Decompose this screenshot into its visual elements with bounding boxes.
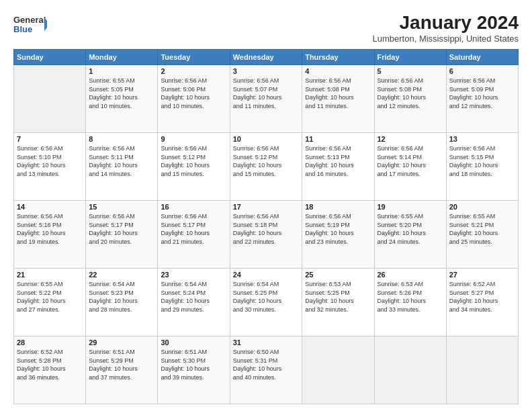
day-number: 28 xyxy=(17,338,83,347)
empty-cell xyxy=(302,336,374,404)
calendar-day-21: 21Sunrise: 6:55 AM Sunset: 5:22 PM Dayli… xyxy=(14,269,86,336)
day-info: Sunrise: 6:56 AM Sunset: 5:18 PM Dayligh… xyxy=(233,212,299,246)
day-info: Sunrise: 6:56 AM Sunset: 5:17 PM Dayligh… xyxy=(161,212,226,246)
calendar-day-10: 10Sunrise: 6:56 AM Sunset: 5:12 PM Dayli… xyxy=(230,133,302,201)
calendar-day-6: 6Sunrise: 6:56 AM Sunset: 5:09 PM Daylig… xyxy=(446,65,518,133)
day-number: 20 xyxy=(449,203,515,211)
calendar-day-14: 14Sunrise: 6:56 AM Sunset: 5:16 PM Dayli… xyxy=(14,201,86,269)
day-number: 9 xyxy=(161,135,226,143)
day-info: Sunrise: 6:52 AM Sunset: 5:27 PM Dayligh… xyxy=(449,280,515,314)
day-info: Sunrise: 6:50 AM Sunset: 5:31 PM Dayligh… xyxy=(233,348,299,381)
calendar-header-row: SundayMondayTuesdayWednesdayThursdayFrid… xyxy=(14,50,519,65)
day-number: 5 xyxy=(378,67,443,75)
day-info: Sunrise: 6:55 AM Sunset: 5:20 PM Dayligh… xyxy=(378,212,443,246)
day-info: Sunrise: 6:56 AM Sunset: 5:08 PM Dayligh… xyxy=(305,77,371,110)
calendar-day-22: 22Sunrise: 6:54 AM Sunset: 5:23 PM Dayli… xyxy=(86,269,158,336)
weekday-header-saturday: Saturday xyxy=(446,50,518,65)
day-number: 30 xyxy=(161,338,226,347)
day-info: Sunrise: 6:55 AM Sunset: 5:21 PM Dayligh… xyxy=(449,212,515,246)
subtitle: Lumberton, Mississippi, United States xyxy=(373,34,519,44)
weekday-header-tuesday: Tuesday xyxy=(158,50,230,65)
day-info: Sunrise: 6:54 AM Sunset: 5:24 PM Dayligh… xyxy=(161,280,226,314)
day-number: 23 xyxy=(161,271,226,279)
day-info: Sunrise: 6:55 AM Sunset: 5:22 PM Dayligh… xyxy=(17,280,83,314)
calendar-day-9: 9Sunrise: 6:56 AM Sunset: 5:12 PM Daylig… xyxy=(158,133,230,201)
day-number: 6 xyxy=(449,67,515,75)
day-info: Sunrise: 6:56 AM Sunset: 5:12 PM Dayligh… xyxy=(233,144,299,178)
day-number: 3 xyxy=(233,67,299,75)
day-number: 25 xyxy=(305,271,371,279)
calendar-day-25: 25Sunrise: 6:53 AM Sunset: 5:25 PM Dayli… xyxy=(302,269,374,336)
day-info: Sunrise: 6:56 AM Sunset: 5:16 PM Dayligh… xyxy=(17,212,83,246)
calendar-day-28: 28Sunrise: 6:52 AM Sunset: 5:28 PM Dayli… xyxy=(14,336,86,404)
calendar-day-20: 20Sunrise: 6:55 AM Sunset: 5:21 PM Dayli… xyxy=(446,201,518,269)
weekday-header-friday: Friday xyxy=(374,50,446,65)
day-number: 4 xyxy=(305,67,371,75)
day-info: Sunrise: 6:53 AM Sunset: 5:26 PM Dayligh… xyxy=(378,280,443,314)
day-info: Sunrise: 6:56 AM Sunset: 5:08 PM Dayligh… xyxy=(378,77,443,110)
day-number: 27 xyxy=(449,271,515,279)
day-info: Sunrise: 6:56 AM Sunset: 5:19 PM Dayligh… xyxy=(305,212,371,246)
calendar-week-row: 28Sunrise: 6:52 AM Sunset: 5:28 PM Dayli… xyxy=(14,336,519,404)
day-number: 17 xyxy=(233,203,299,211)
calendar-day-2: 2Sunrise: 6:56 AM Sunset: 5:06 PM Daylig… xyxy=(158,65,230,133)
day-number: 19 xyxy=(378,203,443,211)
day-number: 8 xyxy=(89,135,154,143)
calendar-day-27: 27Sunrise: 6:52 AM Sunset: 5:27 PM Dayli… xyxy=(446,269,518,336)
calendar-day-11: 11Sunrise: 6:56 AM Sunset: 5:13 PM Dayli… xyxy=(302,133,374,201)
page: General Blue January 2024 Lumberton, Mis… xyxy=(0,0,532,411)
calendar-day-24: 24Sunrise: 6:54 AM Sunset: 5:25 PM Dayli… xyxy=(230,269,302,336)
calendar-day-18: 18Sunrise: 6:56 AM Sunset: 5:19 PM Dayli… xyxy=(302,201,374,269)
weekday-header-wednesday: Wednesday xyxy=(230,50,302,65)
calendar-day-23: 23Sunrise: 6:54 AM Sunset: 5:24 PM Dayli… xyxy=(158,269,230,336)
calendar-day-5: 5Sunrise: 6:56 AM Sunset: 5:08 PM Daylig… xyxy=(374,65,446,133)
day-number: 11 xyxy=(305,135,371,143)
calendar-day-4: 4Sunrise: 6:56 AM Sunset: 5:08 PM Daylig… xyxy=(302,65,374,133)
day-info: Sunrise: 6:51 AM Sunset: 5:30 PM Dayligh… xyxy=(161,348,226,381)
day-number: 16 xyxy=(161,203,226,211)
day-info: Sunrise: 6:55 AM Sunset: 5:05 PM Dayligh… xyxy=(89,77,154,110)
day-info: Sunrise: 6:56 AM Sunset: 5:11 PM Dayligh… xyxy=(89,144,154,178)
day-number: 10 xyxy=(233,135,299,143)
calendar-day-30: 30Sunrise: 6:51 AM Sunset: 5:30 PM Dayli… xyxy=(158,336,230,404)
day-info: Sunrise: 6:52 AM Sunset: 5:28 PM Dayligh… xyxy=(17,348,83,381)
weekday-header-monday: Monday xyxy=(86,50,158,65)
day-info: Sunrise: 6:56 AM Sunset: 5:09 PM Dayligh… xyxy=(449,77,515,110)
day-number: 14 xyxy=(17,203,83,211)
day-info: Sunrise: 6:54 AM Sunset: 5:25 PM Dayligh… xyxy=(233,280,299,314)
logo-svg: General Blue xyxy=(13,12,47,36)
day-number: 26 xyxy=(378,271,443,279)
calendar-week-row: 1Sunrise: 6:55 AM Sunset: 5:05 PM Daylig… xyxy=(14,65,519,133)
day-info: Sunrise: 6:56 AM Sunset: 5:14 PM Dayligh… xyxy=(378,144,443,178)
empty-cell xyxy=(374,336,446,404)
header: General Blue January 2024 Lumberton, Mis… xyxy=(13,12,519,44)
logo: General Blue xyxy=(13,12,47,36)
calendar-week-row: 7Sunrise: 6:56 AM Sunset: 5:10 PM Daylig… xyxy=(14,133,519,201)
calendar-day-17: 17Sunrise: 6:56 AM Sunset: 5:18 PM Dayli… xyxy=(230,201,302,269)
calendar-day-19: 19Sunrise: 6:55 AM Sunset: 5:20 PM Dayli… xyxy=(374,201,446,269)
svg-marker-2 xyxy=(44,17,47,31)
day-number: 21 xyxy=(17,271,83,279)
day-number: 24 xyxy=(233,271,299,279)
day-number: 22 xyxy=(89,271,154,279)
weekday-header-sunday: Sunday xyxy=(14,50,86,65)
calendar-day-12: 12Sunrise: 6:56 AM Sunset: 5:14 PM Dayli… xyxy=(374,133,446,201)
calendar-day-15: 15Sunrise: 6:56 AM Sunset: 5:17 PM Dayli… xyxy=(86,201,158,269)
day-info: Sunrise: 6:54 AM Sunset: 5:23 PM Dayligh… xyxy=(89,280,154,314)
day-number: 2 xyxy=(161,67,226,75)
day-number: 15 xyxy=(89,203,154,211)
calendar-day-26: 26Sunrise: 6:53 AM Sunset: 5:26 PM Dayli… xyxy=(374,269,446,336)
day-info: Sunrise: 6:56 AM Sunset: 5:17 PM Dayligh… xyxy=(89,212,154,246)
day-number: 12 xyxy=(378,135,443,143)
calendar-day-16: 16Sunrise: 6:56 AM Sunset: 5:17 PM Dayli… xyxy=(158,201,230,269)
calendar-day-8: 8Sunrise: 6:56 AM Sunset: 5:11 PM Daylig… xyxy=(86,133,158,201)
day-number: 29 xyxy=(89,338,154,347)
day-info: Sunrise: 6:51 AM Sunset: 5:29 PM Dayligh… xyxy=(89,348,154,381)
day-info: Sunrise: 6:56 AM Sunset: 5:07 PM Dayligh… xyxy=(233,77,299,110)
svg-text:Blue: Blue xyxy=(13,24,32,34)
day-number: 13 xyxy=(449,135,515,143)
day-number: 18 xyxy=(305,203,371,211)
calendar-table: SundayMondayTuesdayWednesdayThursdayFrid… xyxy=(13,49,519,404)
calendar-day-1: 1Sunrise: 6:55 AM Sunset: 5:05 PM Daylig… xyxy=(86,65,158,133)
day-info: Sunrise: 6:56 AM Sunset: 5:06 PM Dayligh… xyxy=(161,77,226,110)
